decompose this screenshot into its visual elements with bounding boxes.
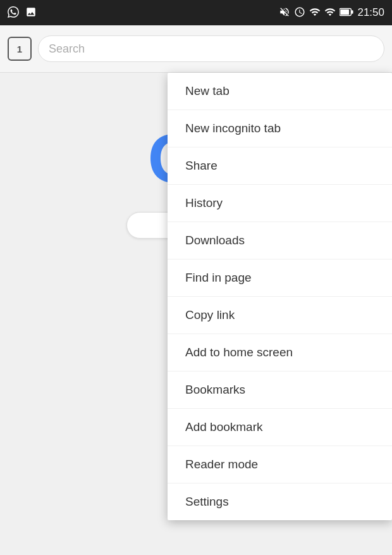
menu-item-settings[interactable]: Settings (168, 483, 392, 520)
menu-item-copy-link[interactable]: Copy link (168, 297, 392, 334)
menu-item-add-to-home-screen[interactable]: Add to home screen (168, 334, 392, 371)
menu-item-add-bookmark[interactable]: Add bookmark (168, 409, 392, 446)
whatsapp-icon (8, 6, 19, 20)
menu-item-reader-mode[interactable]: Reader mode (168, 446, 392, 483)
menu-item-bookmarks[interactable]: Bookmarks (168, 371, 392, 409)
battery-icon (340, 8, 353, 18)
menu-item-share[interactable]: Share (168, 147, 392, 185)
status-bar-left (8, 6, 37, 20)
status-bar-right: 21:50 (279, 6, 384, 20)
context-menu: New tab New incognito tab Share History … (168, 73, 392, 520)
svg-rect-1 (341, 9, 350, 14)
mute-icon (279, 6, 290, 20)
image-icon (25, 6, 37, 20)
clock-icon (294, 6, 305, 20)
page-content: G o New tab New incognito tab Share Hist… (0, 73, 392, 555)
menu-item-history[interactable]: History (168, 185, 392, 222)
menu-item-find-in-page[interactable]: Find in page (168, 259, 392, 297)
status-time: 21:50 (357, 6, 384, 19)
signal-icon (324, 6, 336, 20)
browser-toolbar: 1 Search (0, 25, 392, 73)
status-bar: 21:50 (0, 0, 392, 25)
search-placeholder: Search (49, 42, 85, 56)
menu-item-downloads[interactable]: Downloads (168, 222, 392, 259)
svg-rect-2 (352, 10, 353, 14)
search-bar[interactable]: Search (38, 35, 384, 62)
wifi-icon (309, 6, 321, 20)
menu-item-new-incognito-tab[interactable]: New incognito tab (168, 110, 392, 147)
tab-counter[interactable]: 1 (8, 37, 32, 61)
menu-item-new-tab[interactable]: New tab (168, 73, 392, 110)
